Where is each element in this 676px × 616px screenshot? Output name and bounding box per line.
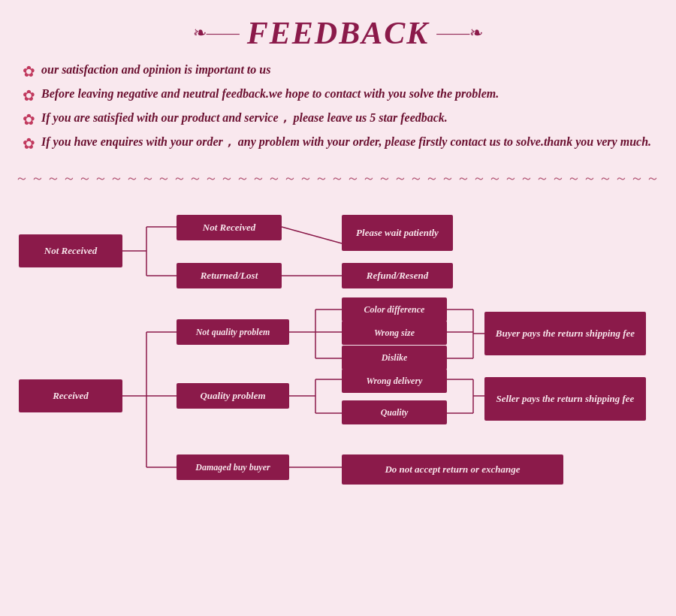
root-not-received: Not Received bbox=[19, 234, 122, 267]
bullet-icon-1: ✿ bbox=[23, 62, 35, 80]
bullet-item-3: ✿ If you are satisfied with our product … bbox=[23, 109, 653, 128]
node-seller-pays: Seller pays the return shipping fee bbox=[484, 377, 646, 421]
bullet-item-1: ✿ our satisfaction and opinion is import… bbox=[23, 61, 653, 80]
node-refund-resend: Refund/Resend bbox=[342, 263, 453, 288]
node-damaged: Damaged buy buyer bbox=[177, 454, 289, 480]
node-wrong-delivery: Wrong delivery bbox=[342, 369, 447, 393]
node-color-diff: Color difference bbox=[342, 297, 447, 322]
node-not-quality: Not quality problem bbox=[177, 319, 289, 345]
node-quality: Quality problem bbox=[177, 383, 289, 409]
bullet-item-2: ✿ Before leaving negative and neutral fe… bbox=[23, 85, 653, 104]
node-buyer-pays: Buyer pays the return shipping fee bbox=[484, 312, 646, 355]
header-section: ❧—— FEEDBACK ——❧ bbox=[15, 8, 661, 57]
bullet-text-4: If you have enquires with your order， an… bbox=[41, 133, 651, 151]
node-please-wait: Please wait patiently bbox=[342, 215, 453, 251]
bullet-icon-4: ✿ bbox=[23, 134, 35, 152]
node-quality-issue: Quality bbox=[342, 400, 447, 424]
node-returned-lost: Returned/Lost bbox=[177, 263, 282, 288]
bullet-section: ✿ our satisfaction and opinion is import… bbox=[15, 57, 661, 163]
node-wrong-size: Wrong size bbox=[342, 321, 447, 345]
bullet-text-1: our satisfaction and opinion is importan… bbox=[41, 61, 270, 79]
bullet-icon-2: ✿ bbox=[23, 86, 35, 104]
node-not-received: Not Received bbox=[177, 215, 282, 240]
left-decoration: ❧—— bbox=[193, 23, 240, 43]
divider: ～～～～～～～～～～～～～～～～～～～～～～～～～～～～～～～～～～～～～～～～… bbox=[15, 169, 661, 187]
page-title: FEEDBACK bbox=[247, 15, 429, 51]
svg-line-4 bbox=[282, 227, 342, 243]
bullet-text-2: Before leaving negative and neutral feed… bbox=[41, 85, 499, 103]
diagram-inner: Not Received Received Not Received Retur… bbox=[19, 204, 672, 520]
bullet-icon-3: ✿ bbox=[23, 110, 35, 128]
bullet-text-3: If you are satisfied with our product an… bbox=[41, 109, 448, 127]
node-no-accept: Do not accept return or exchange bbox=[342, 454, 563, 485]
node-dislike: Dislike bbox=[342, 346, 447, 370]
bullet-item-4: ✿ If you have enquires with your order， … bbox=[23, 133, 653, 152]
diagram-section: Not Received Received Not Received Retur… bbox=[15, 193, 661, 531]
root-received: Received bbox=[19, 379, 122, 412]
page-container: ❧—— FEEDBACK ——❧ ✿ our satisfaction and … bbox=[0, 0, 676, 616]
right-decoration: ——❧ bbox=[436, 23, 483, 43]
